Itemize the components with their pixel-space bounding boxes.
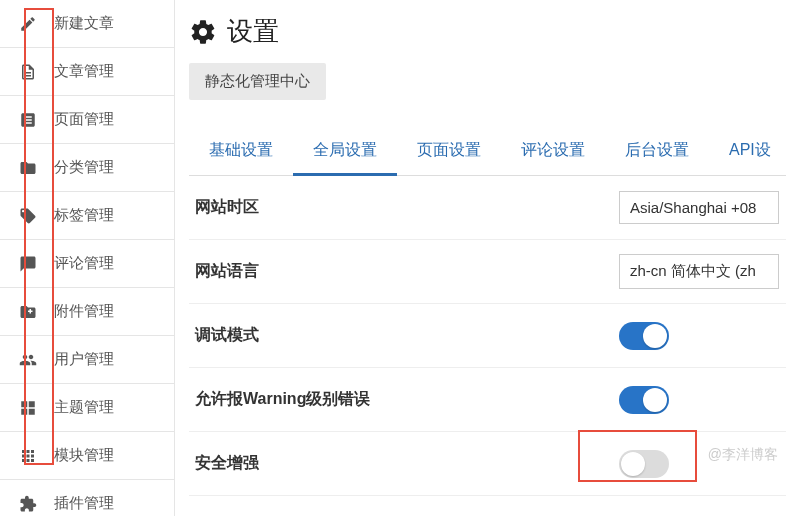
sidebar-item-theme[interactable]: 主题管理 xyxy=(0,384,174,432)
modules-icon xyxy=(18,447,38,465)
comment-icon xyxy=(18,255,38,273)
sidebar-item-plugin[interactable]: 插件管理 xyxy=(0,480,174,516)
page-header: 设置 xyxy=(189,14,786,49)
doc-icon xyxy=(18,63,38,81)
sidebar-item-label: 插件管理 xyxy=(54,494,114,513)
sidebar-item-label: 主题管理 xyxy=(54,398,114,417)
switch-knob xyxy=(643,388,667,412)
sidebar-item-tag[interactable]: 标签管理 xyxy=(0,192,174,240)
switch-2[interactable] xyxy=(619,322,669,350)
settings-icon xyxy=(189,18,217,46)
setting-row-0: 网站时区Asia/Shanghai +08 xyxy=(189,176,786,240)
sidebar-item-label: 模块管理 xyxy=(54,446,114,465)
setting-control xyxy=(619,386,786,414)
sidebar-item-label: 评论管理 xyxy=(54,254,114,273)
page-icon xyxy=(18,111,38,129)
setting-control xyxy=(619,450,786,478)
select-0[interactable]: Asia/Shanghai +08 xyxy=(619,191,779,224)
edit-icon xyxy=(18,15,38,33)
switch-knob xyxy=(621,452,645,476)
setting-control: Asia/Shanghai +08 xyxy=(619,191,786,224)
setting-label: 网站语言 xyxy=(189,261,619,282)
sidebar-item-modules[interactable]: 模块管理 xyxy=(0,432,174,480)
sidebar-item-users[interactable]: 用户管理 xyxy=(0,336,174,384)
setting-row-4: 安全增强 xyxy=(189,432,786,496)
plugin-icon xyxy=(18,495,38,513)
sidebar-item-label: 用户管理 xyxy=(54,350,114,369)
sidebar: 新建文章文章管理页面管理分类管理标签管理评论管理附件管理用户管理主题管理模块管理… xyxy=(0,0,175,516)
setting-control xyxy=(619,322,786,350)
switch-4[interactable] xyxy=(619,450,669,478)
setting-row-2: 调试模式 xyxy=(189,304,786,368)
sidebar-item-label: 新建文章 xyxy=(54,14,114,33)
sidebar-item-label: 分类管理 xyxy=(54,158,114,177)
static-management-button[interactable]: 静态化管理中心 xyxy=(189,63,326,100)
sidebar-item-label: 附件管理 xyxy=(54,302,114,321)
sidebar-item-doc[interactable]: 文章管理 xyxy=(0,48,174,96)
sidebar-item-attach[interactable]: 附件管理 xyxy=(0,288,174,336)
sidebar-item-label: 文章管理 xyxy=(54,62,114,81)
tab-1[interactable]: 全局设置 xyxy=(293,130,397,176)
attach-icon xyxy=(18,303,38,321)
sidebar-item-folder[interactable]: 分类管理 xyxy=(0,144,174,192)
tab-4[interactable]: 后台设置 xyxy=(605,130,709,175)
select-1[interactable]: zh-cn 简体中文 (zh xyxy=(619,254,779,289)
switch-3[interactable] xyxy=(619,386,669,414)
tab-0[interactable]: 基础设置 xyxy=(189,130,293,175)
setting-row-3: 允许报Warning级别错误 xyxy=(189,368,786,432)
users-icon xyxy=(18,351,38,369)
sidebar-item-page[interactable]: 页面管理 xyxy=(0,96,174,144)
theme-icon xyxy=(18,399,38,417)
setting-label: 允许报Warning级别错误 xyxy=(189,389,619,410)
sidebar-item-label: 页面管理 xyxy=(54,110,114,129)
settings-table: 网站时区Asia/Shanghai +08网站语言zh-cn 简体中文 (zh调… xyxy=(189,176,786,496)
folder-icon xyxy=(18,159,38,177)
switch-knob xyxy=(643,324,667,348)
setting-row-1: 网站语言zh-cn 简体中文 (zh xyxy=(189,240,786,304)
tab-5[interactable]: API设 xyxy=(709,130,786,175)
setting-label: 调试模式 xyxy=(189,325,619,346)
setting-label: 网站时区 xyxy=(189,197,619,218)
page-title: 设置 xyxy=(227,14,279,49)
settings-tabs: 基础设置全局设置页面设置评论设置后台设置API设 xyxy=(189,130,786,176)
tab-2[interactable]: 页面设置 xyxy=(397,130,501,175)
setting-label: 安全增强 xyxy=(189,453,619,474)
tag-icon xyxy=(18,207,38,225)
tab-3[interactable]: 评论设置 xyxy=(501,130,605,175)
main-content: 设置 静态化管理中心 基础设置全局设置页面设置评论设置后台设置API设 网站时区… xyxy=(175,0,786,516)
sidebar-item-comment[interactable]: 评论管理 xyxy=(0,240,174,288)
setting-control: zh-cn 简体中文 (zh xyxy=(619,254,786,289)
sidebar-item-edit[interactable]: 新建文章 xyxy=(0,0,174,48)
sidebar-item-label: 标签管理 xyxy=(54,206,114,225)
